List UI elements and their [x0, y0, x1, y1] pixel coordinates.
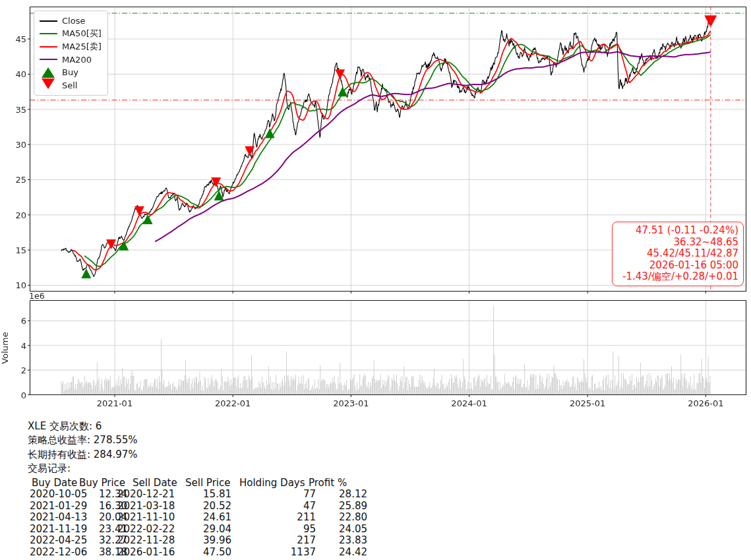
chart-legend: CloseMA50[买]MA25[卖]MA200BuySell — [34, 11, 108, 96]
trades-cell: 2021-11-19 — [30, 523, 87, 535]
legend-label: MA50[买] — [62, 28, 102, 40]
sell-triangle-icon — [39, 81, 57, 89]
trades-header-cell: Buy Price — [79, 477, 125, 489]
trades-cell: 23.83 — [339, 534, 367, 546]
legend-item-ma50-: MA50[买] — [39, 28, 102, 41]
price-ytick-20: 20 — [4, 210, 26, 220]
annotation-line-5: -1.43/偏空/+0.28/+0.01 — [617, 271, 738, 283]
price-ytick-30: 30 — [4, 140, 26, 150]
x-axis-tick-2021-01: 2021-01 — [97, 398, 133, 408]
annotation-line-2: 36.32~48.65 — [617, 237, 738, 249]
trades-row-2: 2021-01-2916.302021-03-1820.524725.89 — [28, 500, 371, 512]
legend-label: MA200 — [62, 55, 92, 65]
summary-line-2: 策略总收益率: 278.55% — [28, 433, 397, 447]
trades-cell: 2022-12-06 — [30, 546, 87, 558]
volume-ytick-0: 0 — [4, 390, 26, 400]
summary-line-1: XLE 交易次数: 6 — [28, 420, 397, 433]
trades-cell: 2022-02-22 — [117, 523, 175, 535]
volume-axis-title: Volume — [0, 325, 10, 371]
trades-cell: 2020-10-05 — [30, 488, 87, 500]
legend-line-swatch — [39, 20, 57, 22]
legend-line-swatch — [39, 46, 57, 47]
trades-cell: 77 — [303, 488, 316, 500]
annotation-line-3: 45.42/45.11/42.87 — [617, 248, 738, 260]
trades-row-6: 2022-12-0638.182026-01-1647.50113724.42 — [28, 546, 371, 558]
trades-cell: 95 — [303, 523, 316, 535]
legend-label: Buy — [62, 67, 78, 77]
trades-header-cell: Holding Days — [239, 477, 305, 489]
legend-label: Sell — [62, 80, 77, 90]
trades-row-3: 2021-04-1320.042021-11-1024.6121122.80 — [28, 511, 371, 523]
trades-table: Buy DateBuy PriceSell DateSell PriceHold… — [28, 477, 371, 558]
legend-line-swatch — [39, 59, 57, 60]
trades-cell: 1137 — [291, 546, 316, 558]
trades-header-cell: Profit % — [309, 477, 347, 489]
quote-annotation-box: 47.51 (-0.11 -0.24%)36.32~48.6545.42/45.… — [612, 222, 744, 286]
trades-cell: 211 — [297, 511, 316, 523]
annotation-line-4: 2026-01-16 05:00 — [617, 260, 738, 272]
x-axis-tick-2023-01: 2023-01 — [333, 398, 369, 408]
legend-line-swatch — [39, 33, 57, 34]
trades-cell: 2021-04-13 — [30, 511, 87, 523]
trades-cell: 25.89 — [339, 500, 367, 512]
trades-cell: 217 — [297, 534, 316, 546]
trades-row-5: 2022-04-2532.272022-11-2839.9621723.83 — [28, 534, 371, 546]
trades-header-cell: Buy Date — [32, 477, 77, 489]
legend-item-ma25-: MA25[卖] — [39, 40, 102, 53]
price-ytick-35: 35 — [4, 104, 26, 114]
volume-scale-offset-label: 1e6 — [29, 291, 45, 301]
price-ytick-45: 45 — [4, 34, 26, 44]
summary-lines: XLE 交易次数: 6策略总收益率: 278.55%长期持有收益: 284.97… — [28, 420, 397, 476]
buy-triangle-icon — [39, 67, 57, 78]
summary-line-3: 长期持有收益: 284.97% — [28, 448, 397, 462]
summary-line-4: 交易记录: — [28, 462, 397, 476]
strategy-summary: XLE 交易次数: 6策略总收益率: 278.55%长期持有收益: 284.97… — [28, 420, 397, 557]
trades-header-cell: Sell Date — [133, 477, 177, 489]
trades-row-4: 2021-11-1923.412022-02-2229.049524.05 — [28, 523, 371, 535]
trades-cell: 2022-11-28 — [117, 534, 175, 546]
trades-cell: 47.50 — [203, 546, 231, 558]
legend-label: MA25[卖] — [62, 41, 102, 53]
trades-cell: 24.61 — [203, 511, 231, 523]
legend-item-ma200: MA200 — [39, 53, 102, 67]
price-ytick-10: 10 — [4, 280, 26, 290]
trades-cell: 2021-11-10 — [117, 511, 175, 523]
trades-cell: 22.80 — [339, 511, 367, 523]
price-volume-chart-canvas — [0, 0, 751, 417]
trades-cell: 39.96 — [203, 534, 231, 546]
legend-item-buy: Buy — [39, 66, 102, 79]
price-ytick-15: 15 — [4, 245, 26, 255]
price-ytick-25: 25 — [4, 175, 26, 185]
legend-label: Close — [62, 16, 85, 26]
x-axis-tick-2025-01: 2025-01 — [570, 398, 605, 408]
trades-cell: 24.42 — [339, 546, 367, 558]
trades-cell: 2022-04-25 — [30, 534, 87, 546]
trades-cell: 20.52 — [203, 500, 231, 512]
annotation-line-1: 47.51 (-0.11 -0.24%) — [617, 225, 738, 237]
trades-header-cell: Sell Price — [185, 477, 230, 489]
trades-row-1: 2020-10-0512.342020-12-2115.817728.12 — [28, 488, 371, 500]
trades-cell: 2021-03-18 — [117, 500, 175, 512]
trades-header-row: Buy DateBuy PriceSell DateSell PriceHold… — [28, 477, 371, 489]
legend-item-sell: Sell — [39, 79, 102, 92]
x-axis-tick-2026-01: 2026-01 — [688, 398, 723, 408]
trades-cell: 15.81 — [203, 488, 231, 500]
trades-cell: 28.12 — [339, 488, 367, 500]
trades-cell: 47 — [303, 500, 316, 512]
trades-cell: 2021-01-29 — [30, 500, 87, 512]
x-axis-tick-2024-01: 2024-01 — [451, 398, 487, 408]
price-ytick-40: 40 — [4, 69, 26, 79]
trades-cell: 2026-01-16 — [117, 546, 175, 558]
legend-item-close: Close — [39, 15, 102, 28]
backtest-report-page: CloseMA50[买]MA25[卖]MA200BuySell 47.51 (-… — [0, 0, 751, 560]
trades-cell: 24.05 — [339, 523, 367, 535]
trades-cell: 29.04 — [203, 523, 231, 535]
x-axis-tick-2022-01: 2022-01 — [215, 398, 251, 408]
trades-cell: 2020-12-21 — [117, 488, 175, 500]
